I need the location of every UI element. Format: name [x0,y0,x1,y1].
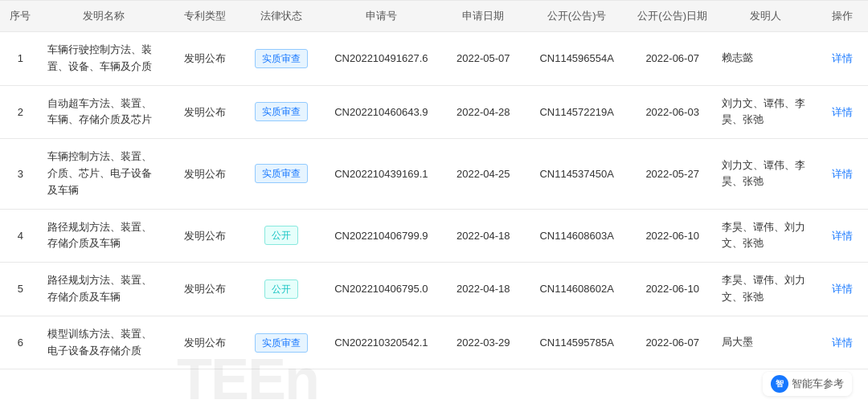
cell-pubno: CN114537450A [524,139,630,209]
legal-badge: 实质审查 [255,333,308,353]
cell-num: 6 [0,316,41,369]
cell-inventor: 李昊、谭伟、刘力文、张弛 [715,209,817,263]
cell-legal: 实质审查 [244,316,320,369]
cell-pubdate: 2022-05-27 [630,139,715,209]
header-name: 发明名称 [41,1,167,32]
cell-action[interactable]: 详情 [817,209,868,263]
cell-name: 路径规划方法、装置、存储介质及车辆 [41,263,167,316]
cell-inventor: 刘力文、谭伟、李昊、张弛 [715,85,817,139]
cell-type: 发明公布 [166,209,243,263]
legal-badge: 实质审查 [255,49,308,68]
cell-inventor: 局大墨 [715,316,817,369]
cell-pubno: CN114572219A [524,85,630,139]
cell-action[interactable]: 详情 [817,85,868,139]
cell-appno: CN202210406795.0 [320,263,443,316]
legal-badge: 实质审查 [255,102,308,121]
cell-name: 自动超车方法、装置、车辆、存储介质及芯片 [41,85,167,139]
detail-link[interactable]: 详情 [832,52,853,64]
cell-type: 发明公布 [166,32,243,86]
cell-pubdate: 2022-06-10 [630,263,715,316]
table-row: 2 自动超车方法、装置、车辆、存储介质及芯片 发明公布 实质审查 CN20221… [0,85,868,139]
cell-pubdate: 2022-06-10 [630,209,715,263]
cell-pubno: CN114608602A [524,263,630,316]
cell-action[interactable]: 详情 [817,139,868,209]
cell-action[interactable]: 详情 [817,263,868,316]
patent-table: 序号 发明名称 专利类型 法律状态 申请号 申请日期 公开(公告)号 公开(公告… [0,0,868,369]
detail-link[interactable]: 详情 [832,283,853,295]
cell-type: 发明公布 [166,263,243,316]
cell-appno: CN202210491627.6 [320,32,443,86]
cell-appdate: 2022-04-25 [443,139,523,209]
cell-type: 发明公布 [166,316,243,369]
cell-type: 发明公布 [166,85,243,139]
cell-pubdate: 2022-06-07 [630,32,715,86]
cell-pubno: CN114596554A [524,32,630,86]
header-legal: 法律状态 [244,1,320,32]
cell-legal: 实质审查 [244,32,320,86]
cell-inventor: 李昊、谭伟、刘力文、张弛 [715,263,817,316]
table-row: 1 车辆行驶控制方法、装置、设备、车辆及介质 发明公布 实质审查 CN20221… [0,32,868,86]
table-header-row: 序号 发明名称 专利类型 法律状态 申请号 申请日期 公开(公告)号 公开(公告… [0,1,868,32]
detail-link[interactable]: 详情 [832,106,853,118]
detail-link[interactable]: 详情 [832,337,853,349]
table-row: 6 模型训练方法、装置、电子设备及存储介质 发明公布 实质审查 CN202210… [0,316,868,369]
cell-action[interactable]: 详情 [817,32,868,86]
cell-appdate: 2022-05-07 [443,32,523,86]
cell-num: 1 [0,32,41,86]
cell-inventor: 刘力文、谭伟、李昊、张弛 [715,139,817,209]
legal-badge: 实质审查 [255,164,308,183]
cell-appdate: 2022-04-28 [443,85,523,139]
cell-name: 模型训练方法、装置、电子设备及存储介质 [41,316,167,369]
legal-badge: 公开 [264,279,298,299]
cell-appdate: 2022-03-29 [443,316,523,369]
cell-name: 车辆行驶控制方法、装置、设备、车辆及介质 [41,32,167,86]
cell-appno: CN202210320542.1 [320,316,443,369]
header-action: 操作 [817,1,868,32]
cell-pubdate: 2022-06-03 [630,85,715,139]
table-row: 3 车辆控制方法、装置、介质、芯片、电子设备及车辆 发明公布 实质审查 CN20… [0,139,868,209]
cell-pubdate: 2022-06-07 [630,316,715,369]
cell-appno: CN202210439169.1 [320,139,443,209]
header-appno: 申请号 [320,1,443,32]
cell-legal: 公开 [244,209,320,263]
cell-inventor: 赖志懿 [715,32,817,86]
cell-action[interactable]: 详情 [817,316,868,369]
cell-num: 3 [0,139,41,209]
cell-num: 4 [0,209,41,263]
header-appdate: 申请日期 [443,1,523,32]
cell-legal: 实质审查 [244,85,320,139]
cell-pubno: CN114595785A [524,316,630,369]
detail-link[interactable]: 详情 [832,168,853,180]
cell-num: 5 [0,263,41,316]
header-type: 专利类型 [166,1,243,32]
header-num: 序号 [0,1,41,32]
cell-appdate: 2022-04-18 [443,263,523,316]
table-row: 4 路径规划方法、装置、存储介质及车辆 发明公布 公开 CN2022104067… [0,209,868,263]
table-row: 5 路径规划方法、装置、存储介质及车辆 发明公布 公开 CN2022104067… [0,263,868,316]
cell-num: 2 [0,85,41,139]
patent-table-wrapper: 序号 发明名称 专利类型 法律状态 申请号 申请日期 公开(公告)号 公开(公告… [0,0,868,369]
header-pubdate: 公开(公告)日期 [630,1,715,32]
cell-type: 发明公布 [166,139,243,209]
cell-name: 路径规划方法、装置、存储介质及车辆 [41,209,167,263]
cell-appdate: 2022-04-18 [443,209,523,263]
cell-pubno: CN114608603A [524,209,630,263]
header-inventor: 发明人 [715,1,817,32]
header-pubno: 公开(公告)号 [524,1,630,32]
cell-appno: CN202210460643.9 [320,85,443,139]
cell-legal: 实质审查 [244,139,320,209]
cell-legal: 公开 [244,263,320,316]
cell-name: 车辆控制方法、装置、介质、芯片、电子设备及车辆 [41,139,167,209]
cell-appno: CN202210406799.9 [320,209,443,263]
detail-link[interactable]: 详情 [832,230,853,242]
legal-badge: 公开 [264,226,298,245]
